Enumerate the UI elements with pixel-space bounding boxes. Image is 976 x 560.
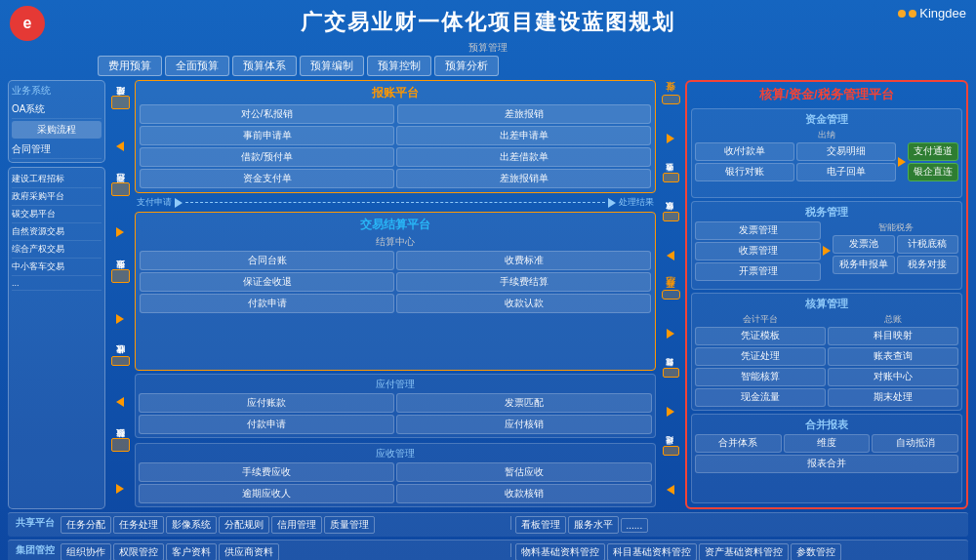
oa-item: OA系统 — [12, 100, 102, 119]
shared-platform-label: 共享平台 — [16, 516, 55, 534]
param-control-item[interactable]: 参数管控 — [791, 543, 841, 560]
fund-grid: 收/付款单 交易明细 银行对账 电子回单 — [695, 142, 896, 181]
account-section: 核算管理 会计平台 总账 凭证模板 科目映射 凭证处理 账表查询 智能核算 对账… — [691, 293, 962, 411]
merge-title: 合并报表 — [695, 418, 958, 432]
left-arrows: 处理结果 合同信息 业务数据 收付款状态 数据校验 — [109, 80, 131, 509]
payable-section: 应付管理 应付账款 发票匹配 付款申请 应付核销 — [135, 374, 656, 438]
biz-system-box: 业务系统 OA系统 采购流程 合同管理 — [8, 80, 105, 163]
payment-apply-item: 付款申请 — [139, 415, 394, 434]
pre-apply-item: 事前申请单 — [140, 126, 394, 145]
arrow-icon-right-fund — [898, 157, 906, 167]
credit-mgmt-item[interactable]: 信用管理 — [271, 516, 322, 534]
supplier-data-item[interactable]: 供应商资料 — [219, 543, 279, 560]
voucher-process-item: 凭证处理 — [695, 347, 826, 366]
payment-request-item: 付款申请 — [140, 294, 394, 313]
invoice-mgmt-item: 发票管理 — [695, 221, 821, 240]
asset-item[interactable]: 资产基础资料管控 — [699, 543, 789, 560]
right-platform: 核算/资金/税务管理平台 资金管理 出纳 收/付款单 交易明细 银行对账 电子回… — [685, 80, 968, 509]
receivable-section: 应收管理 手续费应收 暂估应收 逾期应收人 收款核销 — [135, 443, 656, 507]
task-assign-item[interactable]: 任务分配 — [61, 516, 111, 534]
contract-account-item: 合同台账 — [140, 251, 394, 270]
travel-loan-item: 出差借款单 — [396, 147, 651, 167]
kingdee-dot — [898, 10, 906, 18]
receivable-title: 应收管理 — [139, 447, 652, 460]
tax-left: 发票管理 收票管理 开票管理 — [695, 221, 821, 281]
alloc-rule-item[interactable]: 分配规则 — [219, 516, 269, 534]
fee-receivable-item: 手续费应收 — [139, 462, 394, 482]
tab-full-budget[interactable]: 全面预算 — [165, 56, 229, 76]
account-grid: 凭证模板 科目映射 凭证处理 账表查询 智能核算 对账中心 现金流量 期末处理 — [695, 327, 958, 407]
tab-budget-compile[interactable]: 预算编制 — [300, 56, 364, 76]
tax-title: 税务管理 — [695, 205, 958, 220]
project-item-6: 中小客车交易 — [12, 259, 102, 276]
main-layout: 业务系统 OA系统 采购流程 合同管理 建设工程招标 政府采购平台 碳交易平台 … — [0, 80, 976, 509]
group-control-row: 集团管控 组织协作 权限管控 客户资料 供应商资料 物料基础资料管控 科目基础资… — [8, 540, 968, 560]
divider-2 — [510, 543, 511, 557]
project-section-box: 建设工程招标 政府采购平台 碳交易平台 自然资源交易 综合产权交易 中小客车交易… — [8, 167, 105, 509]
kingdee-logo: Kingdee — [898, 6, 966, 20]
kanban-mgmt-item[interactable]: 看板管理 — [515, 516, 566, 534]
fund-payment-item: 资金支付单 — [140, 169, 394, 188]
kingdee-dot2 — [909, 10, 916, 18]
task-process-item[interactable]: 任务处理 — [113, 516, 164, 534]
arrow-left-4 — [667, 485, 674, 495]
right-platform-title: 核算/资金/税务管理平台 — [691, 86, 962, 103]
arrow-left-3 — [667, 251, 674, 260]
arrow-icon-right-tax — [823, 246, 831, 256]
quality-mgmt-item[interactable]: 质量管理 — [324, 516, 375, 534]
service-level-item[interactable]: 服务水平 — [568, 516, 619, 534]
arrow-icon-right-5 — [608, 198, 616, 208]
org-collab-item[interactable]: 组织协作 — [61, 543, 111, 560]
payment-channel: 支付通道 — [908, 142, 958, 161]
tax-draft-item: 计税底稿 — [897, 235, 959, 254]
header: e 广交易业财一体化项目建设蓝图规划 Kingdee — [0, 0, 976, 41]
subject-item[interactable]: 科目基础资料管控 — [607, 543, 697, 560]
account-header-row: 会计平台 总账 — [695, 313, 958, 326]
estimated-receivable-item: 暂估应收 — [396, 462, 652, 482]
payment-channel-box: 支付通道 银企直连 — [908, 142, 958, 181]
purchase-item[interactable]: 采购流程 — [12, 121, 102, 139]
project-item-dots: ... — [12, 276, 102, 291]
expense-platform-box: 报账平台 对公/私报销 差旅报销 事前申请单 出差申请单 借款/预付单 出差借款… — [135, 80, 656, 193]
customer-data-item[interactable]: 客户资料 — [166, 543, 217, 560]
arrow-icon-left-1 — [116, 141, 124, 151]
tab-expense-budget[interactable]: 费用预算 — [98, 56, 162, 76]
arrow-left-2 — [116, 397, 124, 407]
trade-platform-box: 交易结算平台 结算中心 合同台账 收费标准 保证金收退 手续费结算 付款申请 收… — [135, 212, 656, 371]
fee-standard-item: 收费标准 — [396, 251, 651, 270]
tax-report-item: 税务申报单 — [833, 256, 895, 274]
project-item-1: 建设工程招标 — [12, 171, 102, 188]
billing-mgmt-item: 开票管理 — [695, 262, 821, 281]
public-expense-item: 对公/私报销 — [140, 104, 394, 124]
arrow-icon-right-8 — [667, 407, 674, 417]
trade-platform-title: 交易结算平台 — [140, 217, 651, 233]
dots-item-1: ...... — [621, 518, 649, 533]
arrow-right-6 — [667, 134, 674, 143]
deposit-item: 保证金收退 — [140, 272, 394, 292]
material-item[interactable]: 物料基础资料管控 — [515, 543, 605, 560]
travel-reimburse-item: 差旅报销单 — [396, 169, 651, 188]
tax-right-grid: 发票池 计税底稿 税务申报单 税务对接 — [833, 235, 958, 274]
permission-item[interactable]: 权限管控 — [113, 543, 164, 560]
data-check-label: 数据校验 — [111, 438, 130, 452]
overdue-item: 逾期应收人 — [139, 484, 394, 503]
tab-budget-system[interactable]: 预算体系 — [232, 56, 297, 76]
arrow-icon-right-1 — [116, 227, 124, 237]
image-system-item[interactable]: 影像系统 — [166, 516, 217, 534]
tax-row: 发票管理 收票管理 开票管理 智能税务 发票池 计税底稿 税务申报单 税务对 — [695, 221, 958, 281]
report-merge-item: 报表合并 — [695, 455, 958, 473]
biz-title: 业务系统 — [12, 84, 102, 98]
receipt-mgmt-item: 收票管理 — [695, 242, 821, 260]
bank-recon-item: 银行对账 — [695, 163, 794, 181]
bank-direct: 银企直连 — [908, 163, 958, 181]
group-items-left: 组织协作 权限管控 客户资料 供应商资料 — [61, 543, 507, 560]
sub-row-1: 支付申请 处理结果 — [135, 196, 656, 209]
tab-budget-analysis[interactable]: 预算分析 — [434, 56, 499, 76]
shared-items-left: 任务分配 任务处理 影像系统 分配规则 信用管理 质量管理 — [61, 516, 507, 534]
fee-settlement-item: 手续费结算 — [396, 272, 651, 292]
shared-items-right: 看板管理 服务水平 ...... — [515, 516, 961, 534]
tab-budget-control[interactable]: 预算控制 — [367, 56, 431, 76]
group-control-label: 集团管控 — [16, 543, 55, 560]
smart-account-item: 智能核算 — [695, 368, 826, 386]
main-container: e 广交易业财一体化项目建设蓝图规划 Kingdee 预算管理 费用预算 全面预… — [0, 0, 976, 560]
